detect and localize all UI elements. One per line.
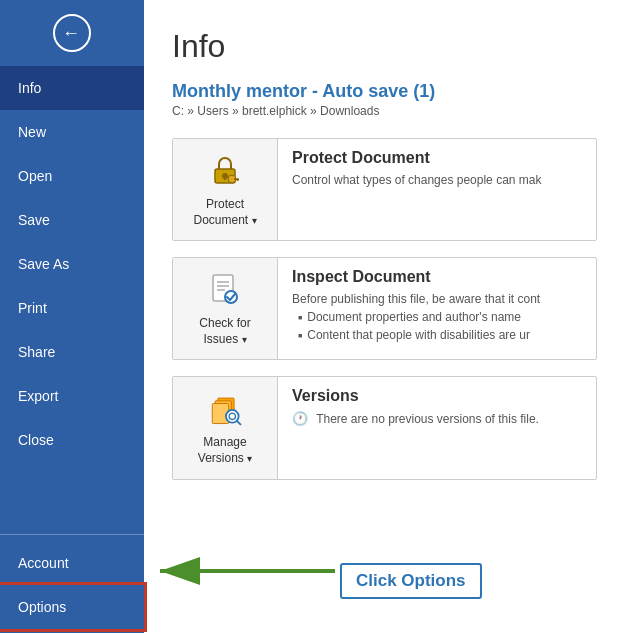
- sidebar-item-save-as[interactable]: Save As: [0, 242, 144, 286]
- sidebar-nav: Info New Open Save Save As Print Share E…: [0, 66, 144, 633]
- sidebar-item-open[interactable]: Open: [0, 154, 144, 198]
- sidebar-item-export[interactable]: Export: [0, 374, 144, 418]
- protect-document-label: ProtectDocument ▾: [193, 197, 256, 228]
- sidebar-item-save[interactable]: Save: [0, 198, 144, 242]
- svg-rect-8: [235, 179, 237, 181]
- inspect-document-bullets: Document properties and author's name Co…: [292, 308, 582, 344]
- sidebar-item-close[interactable]: Close: [0, 418, 144, 462]
- inspect-document-card: Check forIssues ▾ Inspect Document Befor…: [172, 257, 597, 360]
- protect-document-body: Protect Document Control what types of c…: [278, 139, 596, 199]
- inspect-document-heading: Inspect Document: [292, 268, 582, 286]
- sidebar: ← Info New Open Save Save As Print Share…: [0, 0, 144, 633]
- manage-versions-icon-box[interactable]: ManageVersions ▾: [173, 377, 278, 478]
- versions-desc: 🕐 There are no previous versions of this…: [292, 409, 582, 429]
- doc-title: Monthly mentor - Auto save (1): [172, 81, 597, 102]
- manage-versions-label: ManageVersions ▾: [198, 435, 252, 466]
- protect-document-icon-box[interactable]: ProtectDocument ▾: [173, 139, 278, 240]
- versions-card: ManageVersions ▾ Versions 🕐 There are no…: [172, 376, 597, 479]
- sidebar-item-print[interactable]: Print: [0, 286, 144, 330]
- inspect-document-desc: Before publishing this file, be aware th…: [292, 290, 582, 344]
- sidebar-item-share[interactable]: Share: [0, 330, 144, 374]
- page-title: Info: [172, 28, 597, 65]
- sidebar-item-info[interactable]: Info: [0, 66, 144, 110]
- inspect-document-body: Inspect Document Before publishing this …: [278, 258, 596, 354]
- protect-document-heading: Protect Document: [292, 149, 582, 167]
- versions-icon: [205, 389, 245, 429]
- versions-body: Versions 🕐 There are no previous version…: [278, 377, 596, 439]
- svg-line-19: [237, 421, 241, 425]
- protect-document-card: ProtectDocument ▾ Protect Document Contr…: [172, 138, 597, 241]
- check-issues-icon-box[interactable]: Check forIssues ▾: [173, 258, 278, 359]
- back-button[interactable]: ←: [0, 0, 144, 66]
- main-content: Info Monthly mentor - Auto save (1) C: »…: [144, 0, 625, 633]
- back-circle-icon[interactable]: ←: [53, 14, 91, 52]
- sidebar-item-account[interactable]: Account: [0, 541, 144, 585]
- lock-icon: [205, 151, 245, 191]
- inspect-bullet-2: Content that people with disabilities ar…: [298, 326, 582, 344]
- protect-document-desc: Control what types of changes people can…: [292, 171, 582, 189]
- clock-icon: 🕐: [292, 411, 308, 426]
- sidebar-item-options[interactable]: Options: [0, 585, 144, 629]
- sidebar-bottom: Account Options: [0, 541, 144, 633]
- doc-path: C: » Users » brett.elphick » Downloads: [172, 104, 597, 118]
- svg-rect-4: [224, 176, 226, 180]
- versions-heading: Versions: [292, 387, 582, 405]
- inspect-icon: [205, 270, 245, 310]
- svg-rect-7: [237, 179, 239, 182]
- check-issues-label: Check forIssues ▾: [199, 316, 250, 347]
- sidebar-item-new[interactable]: New: [0, 110, 144, 154]
- back-arrow-icon: ←: [62, 24, 80, 42]
- inspect-bullet-1: Document properties and author's name: [298, 308, 582, 326]
- sidebar-divider: [0, 534, 144, 535]
